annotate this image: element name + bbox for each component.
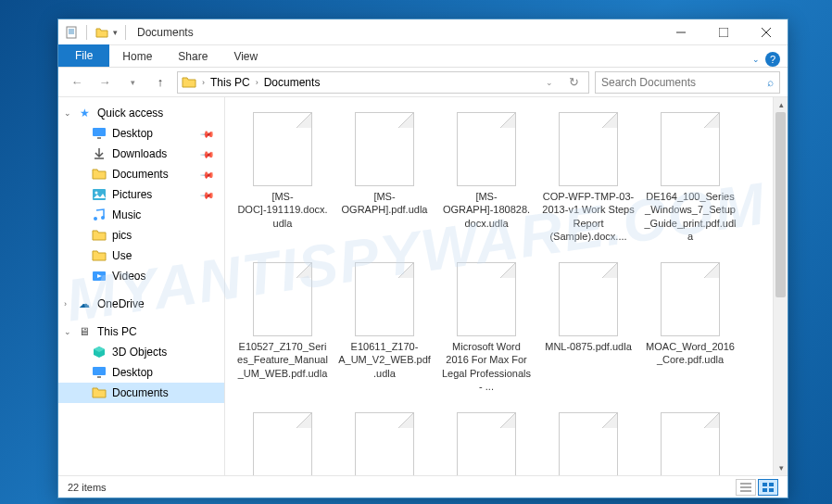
file-icon (457, 112, 516, 186)
sidebar-item-documents[interactable]: Documents📌 (58, 164, 224, 184)
file-item[interactable] (436, 409, 536, 475)
sidebar-item-desktop[interactable]: Desktop (58, 362, 224, 383)
nav-label: Documents (112, 386, 169, 399)
file-item[interactable]: [MS-DOC]-191119.docx.udla (233, 108, 333, 257)
window-title: Documents (137, 26, 194, 39)
scrollbar-thumb[interactable] (775, 112, 786, 297)
star-icon: ★ (77, 106, 92, 120)
separator (125, 25, 126, 40)
file-item[interactable] (640, 409, 740, 475)
recent-locations-button[interactable]: ▾ (121, 71, 144, 94)
back-button[interactable]: ← (66, 71, 88, 94)
address-row: ← → ▾ ↑ › This PC › Documents ⌄ ↻ ⌕ (58, 68, 788, 97)
file-name: DE164_100_Series_Windows_7_Setup_Guide_p… (644, 190, 737, 243)
file-icon (253, 262, 312, 336)
file-item[interactable]: E10611_Z170-A_UM_V2_WEB.pdf.udla (334, 258, 435, 407)
file-item[interactable]: E10527_Z170_Series_Feature_Manual_UM_WEB… (233, 258, 333, 407)
minimize-button[interactable] (660, 19, 702, 45)
nav-onedrive[interactable]: › ☁ OneDrive (58, 294, 224, 314)
icons-view-button[interactable] (758, 479, 778, 496)
pin-icon: 📌 (200, 167, 215, 182)
nav-label: Use (112, 249, 132, 262)
file-item[interactable]: [MS-OGRAPH].pdf.udla (334, 108, 435, 257)
file-icon (355, 262, 414, 336)
maximize-button[interactable] (702, 19, 745, 45)
help-icon[interactable]: ? (765, 52, 780, 67)
folder-icon (92, 228, 107, 243)
nav-label: Desktop (112, 127, 153, 140)
properties-icon[interactable] (64, 25, 79, 40)
address-dropdown-icon[interactable]: ⌄ (538, 71, 561, 94)
file-tab[interactable]: File (58, 44, 109, 67)
tab-home[interactable]: Home (109, 46, 165, 67)
file-item[interactable]: Microsoft Word 2016 For Max For Legal Pr… (436, 258, 536, 407)
scroll-up-icon[interactable]: ▴ (774, 97, 788, 112)
nav-this-pc[interactable]: ⌄ 🖥 This PC (58, 321, 224, 342)
close-button[interactable] (745, 19, 788, 45)
tab-view[interactable]: View (221, 46, 271, 67)
sidebar-item-3d-objects[interactable]: 3D Objects (58, 342, 224, 362)
file-icon (457, 412, 516, 475)
file-icon (559, 412, 618, 475)
search-box[interactable]: ⌕ (595, 71, 780, 94)
svg-point-13 (94, 217, 97, 220)
sidebar-item-pics[interactable]: pics (58, 225, 224, 246)
sidebar-item-pictures[interactable]: Pictures📌 (58, 184, 224, 205)
file-name: Microsoft Word 2016 For Max For Legal Pr… (440, 340, 533, 393)
new-folder-icon[interactable] (95, 25, 109, 40)
sidebar-item-desktop[interactable]: Desktop📌 (58, 123, 224, 144)
chevron-right-icon[interactable]: › (200, 78, 207, 87)
file-item[interactable]: DE164_100_Series_Windows_7_Setup_Guide_p… (640, 108, 740, 257)
file-icon (355, 412, 414, 475)
file-item[interactable] (334, 409, 435, 475)
nav-label: Desktop (112, 366, 153, 379)
expand-icon[interactable]: › (64, 299, 67, 309)
file-item[interactable] (233, 409, 333, 475)
svg-rect-5 (719, 28, 728, 37)
tab-share[interactable]: Share (165, 46, 221, 67)
svg-rect-16 (93, 367, 106, 375)
pin-icon: 📌 (200, 187, 215, 202)
desktop-icon (92, 126, 107, 141)
navigation-pane: ⌄ ★ Quick access Desktop📌Downloads📌Docum… (58, 97, 225, 475)
desktop-icon (92, 365, 107, 380)
file-name: MNL-0875.pdf.udla (545, 340, 632, 353)
search-input[interactable] (601, 76, 767, 89)
file-item[interactable]: COP-WFP-TMP-03-2013-v1 Work Steps Report… (538, 108, 638, 257)
file-item[interactable] (538, 409, 638, 475)
sidebar-item-use[interactable]: Use (58, 246, 224, 266)
scrollbar[interactable]: ▴ ▾ (773, 97, 788, 475)
file-item[interactable]: MOAC_Word_2016_Core.pdf.udla (640, 258, 740, 407)
scroll-down-icon[interactable]: ▾ (774, 460, 788, 475)
sidebar-item-documents[interactable]: Documents (58, 383, 224, 403)
details-view-button[interactable] (736, 479, 756, 496)
ribbon-collapse-icon[interactable]: ⌄ (752, 55, 760, 64)
breadcrumb-segment[interactable]: This PC (207, 76, 254, 89)
expand-icon[interactable]: ⌄ (64, 108, 71, 118)
sidebar-item-videos[interactable]: Videos (58, 266, 224, 286)
svg-rect-17 (97, 376, 101, 378)
file-item[interactable]: MNL-0875.pdf.udla (538, 258, 638, 407)
nav-label: Pictures (112, 188, 152, 201)
chevron-right-icon[interactable]: › (254, 78, 260, 87)
qat-customize-icon[interactable]: ▾ (113, 28, 118, 37)
file-name: [MS-OGRAPH]-180828.docx.udla (440, 190, 533, 230)
breadcrumb-segment[interactable]: Documents (260, 76, 324, 89)
up-button[interactable]: ↑ (149, 71, 171, 94)
file-item[interactable]: [MS-OGRAPH]-180828.docx.udla (436, 108, 536, 257)
refresh-icon[interactable]: ↻ (562, 71, 585, 94)
nav-quick-access[interactable]: ⌄ ★ Quick access (58, 103, 224, 123)
address-bar[interactable]: › This PC › Documents ⌄ ↻ (177, 71, 589, 94)
nav-label: Downloads (112, 147, 167, 160)
expand-icon[interactable]: ⌄ (64, 327, 71, 336)
sidebar-item-music[interactable]: Music (58, 205, 224, 225)
svg-point-14 (101, 216, 105, 220)
file-icon (559, 262, 618, 336)
sidebar-item-downloads[interactable]: Downloads📌 (58, 144, 224, 164)
forward-button[interactable]: → (94, 71, 116, 94)
search-icon[interactable]: ⌕ (767, 76, 774, 89)
file-name: MOAC_Word_2016_Core.pdf.udla (644, 340, 737, 367)
nav-label: OneDrive (97, 297, 145, 310)
separator (86, 25, 87, 40)
svg-point-12 (95, 192, 98, 195)
